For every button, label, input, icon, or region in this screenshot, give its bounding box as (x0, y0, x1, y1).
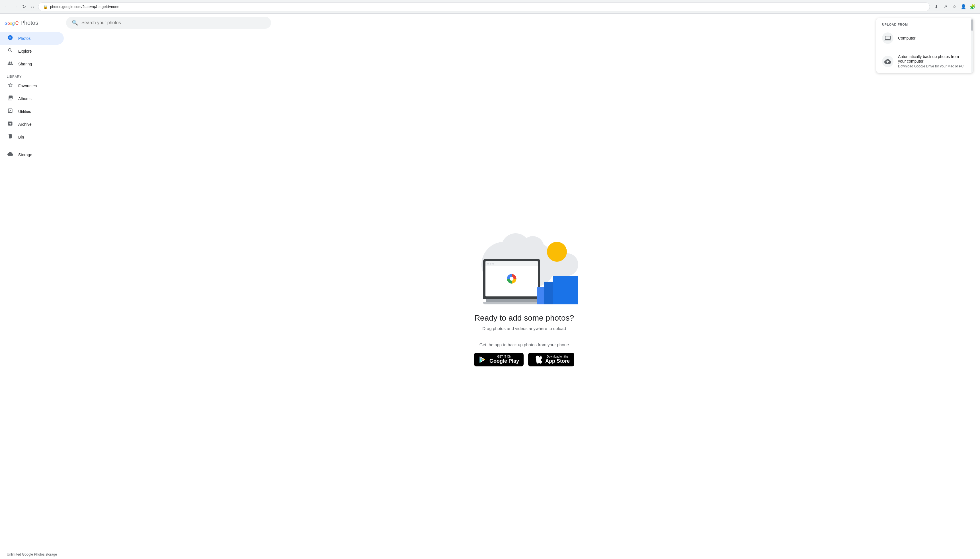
extension-icon[interactable]: 🧩 (968, 3, 977, 11)
google-photos-logo[interactable]: Google Photos (5, 19, 61, 26)
sidebar-item-explore[interactable]: Explore (0, 45, 64, 58)
upload-option-auto-backup[interactable]: Automatically back up photos from your c… (876, 50, 973, 73)
app-store-text: Download on the App Store (545, 355, 570, 364)
chrome-dot1 (487, 263, 489, 265)
lock-icon: 🔒 (43, 5, 48, 9)
pinwheel-svg (506, 273, 517, 284)
sidebar-storage-desc: Unlimited Google Photos storage (0, 547, 68, 559)
app-store-small-text: Download on the (545, 355, 570, 358)
logo-google: Google (5, 19, 19, 26)
blue-box-large (553, 276, 578, 304)
browser-toolbar-icons: ⬇ ↗ ☆ 👤 🧩 (932, 3, 977, 11)
app-store-button[interactable]: Download on the App Store (528, 353, 574, 366)
upload-option-auto-backup-text: Automatically back up photos from your c… (898, 55, 967, 69)
sidebar-label-photos: Photos (18, 36, 31, 41)
sidebar-item-favourites[interactable]: Favourites (0, 79, 64, 92)
sidebar-item-photos[interactable]: Photos (0, 32, 64, 45)
download-icon[interactable]: ⬇ (932, 3, 940, 11)
library-section-title: LIBRARY (0, 70, 68, 79)
browser-reload-button[interactable]: ↻ (20, 3, 27, 10)
archive-icon (7, 121, 14, 128)
search-bar[interactable]: 🔍 (66, 17, 271, 29)
browser-forward-button[interactable]: → (12, 3, 19, 10)
app-store-buttons: GET IT ON Google Play Download on the Ap… (474, 353, 574, 366)
upload-divider (876, 49, 973, 49)
app-store-large-text: App Store (545, 358, 570, 364)
laptop-screen-chrome (486, 261, 538, 266)
logo-photos-text: Photos (20, 20, 38, 26)
computer-icon (882, 32, 894, 44)
search-icon: 🔍 (72, 20, 78, 26)
laptop-screen-inner (486, 261, 538, 296)
laptop-screen-outer (483, 259, 540, 299)
dropdown-scrollbar-thumb (971, 19, 973, 31)
browser-chrome: ← → ↻ ⌂ 🔒 photos.google.com/?tab=rq&page… (0, 0, 980, 14)
upload-from-label: UPLOAD FROM (876, 18, 973, 28)
storage-description: Unlimited Google Photos storage (7, 552, 57, 556)
bin-icon (7, 134, 14, 141)
utilities-icon (7, 108, 14, 115)
bookmark-icon[interactable]: ☆ (950, 3, 958, 11)
url-text: photos.google.com/?tab=rq&pageId=none (50, 5, 119, 9)
google-play-small-text: GET IT ON (489, 355, 519, 358)
auto-backup-option-title: Automatically back up photos from your c… (898, 55, 967, 63)
sidebar-item-albums[interactable]: Albums (0, 92, 64, 105)
illustration (464, 225, 584, 304)
google-play-button[interactable]: GET IT ON Google Play (474, 353, 524, 366)
upload-dropdown: UPLOAD FROM Computer (876, 18, 973, 73)
auto-backup-icon (882, 56, 894, 67)
share-icon[interactable]: ↗ (941, 3, 949, 11)
sidebar-label-favourites: Favourites (18, 84, 37, 88)
upload-dropdown-scroll: UPLOAD FROM Computer (876, 18, 973, 73)
sharing-nav-icon (7, 60, 14, 68)
sidebar-label-storage: Storage (18, 152, 32, 157)
sidebar-label-utilities: Utilities (18, 109, 31, 114)
upload-option-computer-text: Computer (898, 36, 915, 40)
sidebar-label-bin: Bin (18, 135, 24, 139)
chrome-dot2 (490, 263, 491, 265)
explore-nav-icon (7, 48, 14, 55)
app-header: Google Photos 🔍 ? (0, 14, 980, 32)
favourites-icon (7, 82, 14, 89)
search-input[interactable] (81, 20, 265, 25)
storage-icon (7, 151, 14, 158)
svg-point-0 (510, 277, 513, 281)
sidebar-item-sharing[interactable]: Sharing (0, 58, 64, 70)
sidebar-divider (5, 146, 64, 146)
photos-nav-icon (7, 35, 14, 42)
app-container: Google Photos 🔍 ? Photos Explore (0, 14, 980, 559)
sidebar-label-sharing: Sharing (18, 62, 32, 66)
sidebar-item-archive[interactable]: Archive (0, 118, 64, 131)
profile-icon[interactable]: 👤 (960, 3, 967, 11)
app-promo-text: Get the app to back up photos from your … (479, 342, 569, 347)
main-title: Ready to add some photos? (474, 314, 574, 322)
main-content: Ready to add some photos? Drag photos an… (68, 32, 980, 559)
main-subtitle: Drag photos and videos anywhere to uploa… (482, 326, 566, 331)
sidebar-item-storage[interactable]: Storage (0, 148, 64, 161)
albums-icon (7, 95, 14, 102)
browser-nav-buttons: ← → ↻ ⌂ (3, 3, 36, 10)
google-play-icon (479, 356, 487, 364)
browser-back-button[interactable]: ← (3, 3, 10, 10)
google-play-text: GET IT ON Google Play (489, 355, 519, 364)
sidebar-item-utilities[interactable]: Utilities (0, 105, 64, 118)
chrome-dot3 (492, 263, 494, 265)
dropdown-scrollbar[interactable] (971, 18, 973, 73)
sidebar-item-bin[interactable]: Bin (0, 131, 64, 143)
upload-option-computer[interactable]: Computer (876, 28, 973, 48)
sidebar-label-explore: Explore (18, 49, 32, 53)
browser-address-bar[interactable]: 🔒 photos.google.com/?tab=rq&pageId=none (38, 2, 930, 12)
browser-home-button[interactable]: ⌂ (29, 3, 36, 10)
auto-backup-option-desc: Download Google Drive for your Mac or PC (898, 64, 967, 69)
cloud-bump2 (521, 236, 544, 259)
computer-option-title: Computer (898, 36, 915, 40)
sidebar-label-albums: Albums (18, 96, 32, 101)
sidebar: Photos Explore Sharing LIBRARY Favourite… (0, 32, 68, 559)
apple-logo-icon (536, 356, 542, 364)
sidebar-label-archive: Archive (18, 122, 32, 127)
google-play-large-text: Google Play (489, 358, 519, 364)
